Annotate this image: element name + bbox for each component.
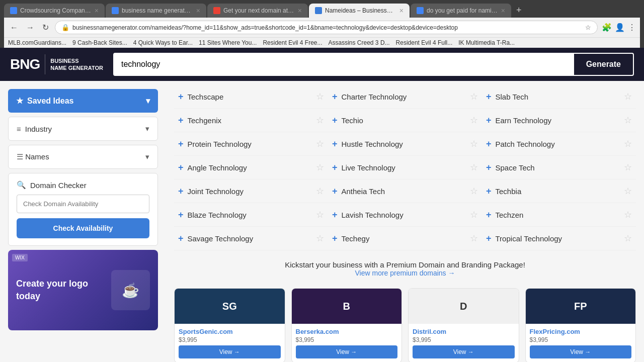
forward-button[interactable]: → <box>24 22 36 33</box>
name-label: Techegy <box>342 234 466 243</box>
saved-ideas-button[interactable]: ★ Saved Ideas ▾ <box>8 89 158 113</box>
wix-ad-banner[interactable]: WIX Create your logo today ☕ <box>8 250 158 330</box>
view-domain-button[interactable]: View → <box>179 345 281 358</box>
domain-input[interactable] <box>17 195 149 213</box>
browser-tab-1[interactable]: Crowdsourcing Company N... × <box>4 4 105 18</box>
menu-icon[interactable]: ⋮ <box>628 23 636 32</box>
favorite-star-icon[interactable]: ☆ <box>624 162 632 173</box>
domain-card-price: $3,995 <box>413 336 515 343</box>
name-item: + Slab Tech ☆ <box>482 85 636 109</box>
favorite-star-icon[interactable]: ☆ <box>316 162 324 173</box>
bookmark-4[interactable]: 11 Sites Where You... <box>199 39 257 46</box>
check-availability-button[interactable]: Check Availability <box>17 218 149 238</box>
tab-close-4[interactable]: × <box>399 7 404 15</box>
favorite-star-icon[interactable]: ☆ <box>624 115 632 126</box>
tab-favicon-1 <box>10 7 17 14</box>
tab-close-1[interactable]: × <box>95 7 99 15</box>
search-input[interactable] <box>113 53 573 76</box>
back-button[interactable]: ← <box>8 22 20 33</box>
domain-card: SG SportsGenic.com $3,995 View → <box>174 288 285 362</box>
view-domain-button[interactable]: View → <box>296 345 398 358</box>
favorite-star-icon[interactable]: ☆ <box>316 91 324 102</box>
add-name-icon[interactable]: + <box>178 139 184 149</box>
extensions-icon[interactable]: 🧩 <box>602 23 612 32</box>
add-name-icon[interactable]: + <box>332 115 338 126</box>
add-name-icon[interactable]: + <box>486 92 492 102</box>
favorite-star-icon[interactable]: ☆ <box>624 233 632 244</box>
add-name-icon[interactable]: + <box>332 162 338 173</box>
favorite-star-icon[interactable]: ☆ <box>470 115 478 126</box>
favorite-star-icon[interactable]: ☆ <box>470 162 478 173</box>
address-bar[interactable]: 🔒 businessnamegenerator.com/nameideas/?h… <box>55 21 598 34</box>
reload-button[interactable]: ↻ <box>40 22 51 33</box>
add-name-icon[interactable]: + <box>178 233 184 244</box>
star-bookmark-icon[interactable]: ☆ <box>585 24 591 31</box>
add-name-icon[interactable]: + <box>486 233 492 244</box>
add-name-icon[interactable]: + <box>332 186 338 197</box>
tab-close-3[interactable]: × <box>298 7 302 15</box>
name-item: + Techscape ☆ <box>174 85 328 109</box>
new-tab-button[interactable]: + <box>512 3 526 18</box>
generate-button[interactable]: Generate <box>573 53 634 76</box>
add-name-icon[interactable]: + <box>178 210 184 220</box>
tab-close-2[interactable]: × <box>196 7 200 15</box>
bookmark-8[interactable]: IK Multimedia T-Ra... <box>458 39 515 46</box>
name-label: Savage Technology <box>188 234 312 243</box>
browser-tab-2[interactable]: business name generator - ... × <box>106 4 206 18</box>
view-domain-button[interactable]: View → <box>413 345 515 358</box>
favorite-star-icon[interactable]: ☆ <box>624 91 632 102</box>
name-label: Space Tech <box>496 163 620 172</box>
add-name-icon[interactable]: + <box>486 115 492 126</box>
bookmark-6[interactable]: Assassins Creed 3 D... <box>329 39 390 46</box>
name-item: + Blaze Technology ☆ <box>174 203 328 227</box>
bookmark-1[interactable]: MLB.comGuardians... <box>8 39 66 46</box>
names-filter[interactable]: ☰ Names ▾ <box>8 145 158 169</box>
favorite-star-icon[interactable]: ☆ <box>624 209 632 220</box>
view-premium-domains-link[interactable]: View more premium domains → <box>355 269 455 277</box>
favorite-star-icon[interactable]: ☆ <box>470 186 478 197</box>
search-area: Generate <box>113 53 634 76</box>
add-name-icon[interactable]: + <box>178 115 184 126</box>
favorite-star-icon[interactable]: ☆ <box>470 233 478 244</box>
sidebar: ★ Saved Ideas ▾ ≡ Industry ▾ ☰ Names ▾ 🔍… <box>0 81 166 362</box>
favorite-star-icon[interactable]: ☆ <box>624 186 632 197</box>
tab-close-5[interactable]: × <box>501 7 505 15</box>
bookmark-7[interactable]: Resident Evil 4 Full... <box>396 39 453 46</box>
favorite-star-icon[interactable]: ☆ <box>316 115 324 126</box>
favorite-star-icon[interactable]: ☆ <box>316 209 324 220</box>
domain-card-price: $3,995 <box>296 336 398 343</box>
add-name-icon[interactable]: + <box>332 92 338 102</box>
favorite-star-icon[interactable]: ☆ <box>316 233 324 244</box>
browser-chrome: Crowdsourcing Company N... × business na… <box>0 0 644 48</box>
favorite-star-icon[interactable]: ☆ <box>470 209 478 220</box>
domain-card: D Distril.com $3,995 View → <box>408 288 519 362</box>
industry-filter[interactable]: ≡ Industry ▾ <box>8 117 158 141</box>
favorite-star-icon[interactable]: ☆ <box>316 186 324 197</box>
view-domain-button[interactable]: View → <box>530 345 632 358</box>
bookmark-3[interactable]: 4 Quick Ways to Ear... <box>133 39 193 46</box>
add-name-icon[interactable]: + <box>332 233 338 244</box>
bookmark-5[interactable]: Resident Evil 4 Free... <box>263 39 322 46</box>
browser-tab-5[interactable]: do you get paid for naming... × <box>411 4 511 18</box>
add-name-icon[interactable]: + <box>178 186 184 197</box>
favorite-star-icon[interactable]: ☆ <box>470 138 478 149</box>
favorite-star-icon[interactable]: ☆ <box>470 91 478 102</box>
browser-tab-4[interactable]: Nameideas – BusinessName... × <box>309 4 410 18</box>
favorite-star-icon[interactable]: ☆ <box>624 138 632 149</box>
add-name-icon[interactable]: + <box>486 139 492 149</box>
browser-tab-3[interactable]: Get your next domain at a g... × <box>207 4 308 18</box>
star-icon: ★ <box>16 96 23 106</box>
add-name-icon[interactable]: + <box>332 210 338 220</box>
favorite-star-icon[interactable]: ☆ <box>316 138 324 149</box>
premium-section: Kickstart your business with a Premium D… <box>174 250 636 282</box>
name-item: + Angle Technology ☆ <box>174 156 328 179</box>
add-name-icon[interactable]: + <box>486 186 492 197</box>
name-item: + Antheia Tech ☆ <box>328 179 482 203</box>
add-name-icon[interactable]: + <box>332 139 338 149</box>
add-name-icon[interactable]: + <box>486 210 492 220</box>
add-name-icon[interactable]: + <box>486 162 492 173</box>
add-name-icon[interactable]: + <box>178 162 184 173</box>
bookmark-2[interactable]: 9 Cash-Back Sites... <box>72 39 127 46</box>
add-name-icon[interactable]: + <box>178 92 184 102</box>
profile-icon[interactable]: 👤 <box>615 23 625 32</box>
